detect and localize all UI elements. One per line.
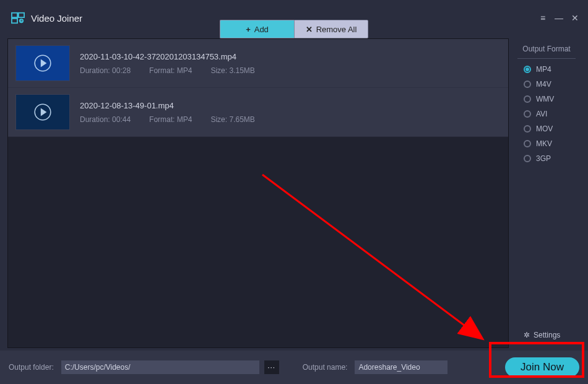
settings-link[interactable]: ✲ Settings: [512, 331, 581, 348]
file-format: Format: MP4: [149, 115, 192, 124]
output-folder-input[interactable]: [61, 360, 259, 374]
file-size: Size: 3.15MB: [210, 66, 254, 75]
radio-icon: [524, 66, 531, 73]
output-name-label: Output name:: [303, 363, 348, 372]
output-format-title: Output Format: [517, 38, 576, 59]
svg-text:+: +: [20, 18, 23, 24]
file-meta: 2020-12-08-13-49-01.mp4 Duration: 00:44 …: [80, 101, 255, 124]
svg-marker-8: [41, 108, 47, 116]
radio-icon: [524, 125, 531, 133]
close-icon[interactable]: ✕: [571, 13, 579, 23]
x-icon: ✕: [306, 25, 313, 34]
menu-icon[interactable]: ≡: [538, 13, 547, 23]
minimize-icon[interactable]: —: [555, 13, 563, 23]
browse-folder-button[interactable]: ···: [264, 360, 279, 374]
format-option-3gp[interactable]: 3GP: [524, 154, 581, 163]
format-option-avi[interactable]: AVI: [524, 110, 581, 118]
main-content: 2020-11-03-10-42-3720201203134753.mp4 Du…: [7, 38, 581, 348]
sidebar: Output Format MP4 M4V WMV AVI MOV MKV 3G…: [512, 38, 581, 348]
radio-icon: [524, 155, 531, 162]
gear-icon: ✲: [524, 331, 530, 339]
file-row[interactable]: 2020-11-03-10-42-3720201203134753.mp4 Du…: [8, 39, 508, 88]
settings-label: Settings: [534, 331, 560, 339]
app-title: Video Joiner: [31, 13, 82, 24]
toolbar: + Add ✕ Remove All: [0, 20, 588, 38]
format-option-mkv[interactable]: MKV: [524, 139, 581, 148]
remove-all-label: Remove All: [316, 25, 357, 34]
file-duration: Duration: 00:44: [80, 115, 131, 124]
bottom-bar: Output folder: ··· Output name: Join Now: [0, 351, 588, 384]
format-list: MP4 M4V WMV AVI MOV MKV 3GP: [512, 65, 581, 163]
file-duration: Duration: 00:28: [80, 66, 131, 75]
plus-icon: +: [246, 25, 251, 34]
file-name: 2020-12-08-13-49-01.mp4: [80, 101, 255, 110]
output-name-input[interactable]: [355, 360, 447, 374]
play-icon: [33, 102, 53, 122]
video-thumbnail[interactable]: [15, 45, 70, 81]
join-now-button[interactable]: Join Now: [505, 357, 579, 377]
file-list-panel: 2020-11-03-10-42-3720201203134753.mp4 Du…: [7, 38, 509, 348]
file-row[interactable]: 2020-12-08-13-49-01.mp4 Duration: 00:44 …: [8, 88, 508, 137]
file-format: Format: MP4: [149, 66, 192, 75]
file-meta: 2020-11-03-10-42-3720201203134753.mp4 Du…: [80, 52, 255, 75]
radio-icon: [524, 140, 531, 147]
add-button-label: Add: [254, 25, 269, 34]
svg-rect-1: [19, 13, 24, 17]
radio-icon: [524, 95, 531, 103]
svg-rect-2: [12, 19, 17, 23]
remove-all-button[interactable]: ✕ Remove All: [294, 20, 368, 38]
titlebar-left: + Video Joiner: [11, 11, 82, 25]
svg-rect-0: [12, 13, 17, 17]
window-controls: ≡ — ✕: [538, 13, 579, 23]
radio-icon: [524, 110, 531, 118]
app-logo-icon: +: [11, 11, 25, 25]
svg-marker-6: [41, 59, 47, 68]
format-option-wmv[interactable]: WMV: [524, 95, 581, 103]
output-folder-label: Output folder:: [9, 363, 54, 372]
add-button[interactable]: + Add: [220, 20, 294, 38]
file-size: Size: 7.65MB: [210, 115, 254, 124]
file-stats: Duration: 00:44 Format: MP4 Size: 7.65MB: [80, 115, 255, 124]
video-thumbnail[interactable]: [15, 94, 70, 130]
play-icon: [33, 53, 53, 73]
format-option-mp4[interactable]: MP4: [524, 65, 581, 74]
file-stats: Duration: 00:28 Format: MP4 Size: 3.15MB: [80, 66, 255, 75]
format-option-m4v[interactable]: M4V: [524, 80, 581, 89]
radio-icon: [524, 81, 531, 88]
format-option-mov[interactable]: MOV: [524, 124, 581, 133]
file-name: 2020-11-03-10-42-3720201203134753.mp4: [80, 52, 255, 61]
